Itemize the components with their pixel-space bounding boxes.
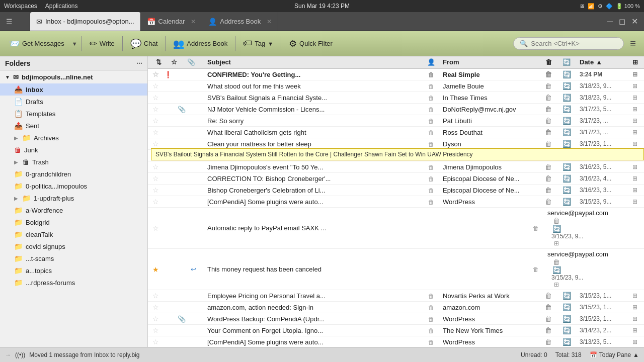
tag-row-button[interactable]: 🔄 (557, 105, 576, 113)
star-button[interactable]: ☆ (152, 186, 159, 194)
chat-button[interactable]: 💬 Chat (126, 36, 162, 52)
view-row-button[interactable]: ⊞ (626, 304, 644, 311)
star-button[interactable]: ☆ (152, 105, 159, 113)
get-messages-dropdown[interactable]: ▼ (71, 41, 78, 47)
trash-button[interactable]: 🗑 (539, 303, 557, 311)
table-row[interactable]: ☆ 📎 NJ Motor Vehicle Commission - Licens… (148, 104, 644, 115)
table-row[interactable]: ☆ 📎 WordPress Backup: ComPendiA (Updr...… (148, 313, 644, 325)
sidebar-item-junk[interactable]: 🗑 Junk (0, 144, 147, 156)
junk-button[interactable]: 🗑 (428, 118, 434, 125)
trash-button[interactable]: 🗑 (539, 117, 557, 125)
sidebar-item-boldgrid[interactable]: 📁 Boldgrid (0, 216, 147, 228)
table-row[interactable]: ☆ Automatic reply to PayPal email SAXK .… (148, 208, 644, 249)
sidebar-item-archives[interactable]: ▶ 📁 Archives (0, 132, 147, 144)
junk-button[interactable]: 🗑 (428, 293, 434, 300)
tab-calendar[interactable]: 📅 Calendar ✕ (141, 12, 203, 31)
workspaces-menu[interactable]: Workspaces (4, 3, 37, 10)
tag-row-button[interactable]: 🔄 (547, 266, 566, 274)
trash-button[interactable]: 🗑 (547, 217, 566, 225)
trash-button[interactable]: 🗑 (539, 105, 557, 113)
star-button[interactable]: ☆ (152, 326, 159, 334)
junk-button[interactable]: 🗑 (428, 187, 434, 194)
star-button[interactable]: ☆ (152, 224, 159, 232)
trash-button[interactable]: 🗑 (547, 258, 566, 266)
tag-row-button[interactable]: 🔄 (557, 174, 576, 183)
star-header-icon[interactable]: ☆ (171, 58, 177, 66)
tag-row-button[interactable]: 🔄 (557, 128, 576, 136)
sort-icon[interactable]: ⇅ (156, 58, 162, 66)
maximize-button[interactable]: ◻ (617, 17, 627, 26)
view-row-button[interactable]: ⊞ (626, 338, 644, 345)
trash-button[interactable]: 🗑 (539, 198, 557, 206)
tab-inbox[interactable]: ✉ Inbox - bdjimopoulos@opton... (30, 12, 141, 31)
sidebar-item-cleantalk[interactable]: 📁 cleanTalk (0, 228, 147, 240)
folders-more-button[interactable]: ··· (136, 59, 142, 67)
view-row-button[interactable]: ⊞ (626, 163, 644, 170)
view-row-button[interactable]: ⊞ (547, 281, 566, 288)
sidebar-item-drafts[interactable]: 📄 Drafts (0, 96, 147, 108)
toolbar-menu-icon[interactable]: ≡ (626, 38, 640, 49)
trash-button[interactable]: 🗑 (539, 94, 557, 102)
search-box[interactable]: 🔍 (513, 37, 624, 50)
junk-button[interactable]: 🗑 (533, 225, 539, 232)
junk-button[interactable]: 🗑 (428, 95, 434, 102)
trash-button[interactable]: 🗑 (539, 128, 557, 136)
view-row-button[interactable]: ⊞ (626, 129, 644, 136)
view-row-button[interactable]: ⊞ (626, 175, 644, 182)
view-row-button[interactable]: ⊞ (626, 117, 644, 124)
junk-button[interactable]: 🗑 (428, 199, 434, 206)
junk-button[interactable]: 🗑 (533, 266, 539, 273)
tab-sidebar-toggle[interactable]: ☰ (0, 12, 30, 31)
tag-button[interactable]: 🏷 Tag ▼ (238, 36, 278, 51)
junk-button[interactable]: 🗑 (428, 327, 434, 334)
tag-row-button[interactable]: 🔄 (557, 198, 576, 206)
trash-button[interactable]: 🗑 (539, 315, 557, 323)
today-pane-collapse-icon[interactable]: ▲ (633, 351, 639, 358)
trash-button[interactable]: 🗑 (539, 338, 557, 346)
date-sort-icon[interactable]: ▲ (596, 58, 602, 66)
today-pane-button[interactable]: 📅 Today Pane ▲ (590, 351, 639, 358)
view-row-button[interactable]: ⊞ (626, 71, 644, 78)
table-row[interactable]: ☆ SVB's Bailout Signals a Financial Syst… (148, 92, 644, 104)
sidebar-item-inbox[interactable]: 📥 Inbox (0, 83, 147, 96)
star-button[interactable]: ★ (152, 265, 159, 274)
view-row-button[interactable]: ⊞ (626, 315, 644, 322)
star-button[interactable]: ☆ (152, 198, 159, 206)
table-row[interactable]: ☆ Bishop Croneberger's Celebration of Li… (148, 185, 644, 196)
view-row-button[interactable]: ⊞ (626, 198, 644, 205)
trash-button[interactable]: 🗑 (539, 292, 557, 300)
tag-row-button[interactable]: 🔄 (557, 140, 576, 148)
sidebar-item-trash[interactable]: ▶ 🗑 Trash (0, 156, 147, 168)
view-row-button[interactable]: ⊞ (547, 240, 566, 247)
quick-filter-button[interactable]: ⚙ Quick Filter (284, 36, 337, 52)
status-expand-icon[interactable]: → (5, 351, 11, 358)
write-button[interactable]: ✏ Write (85, 36, 119, 52)
trash-button[interactable]: 🗑 (539, 82, 557, 90)
view-row-button[interactable]: ⊞ (626, 82, 644, 89)
tag-row-button[interactable]: 🔄 (557, 70, 576, 78)
view-row-button[interactable]: ⊞ (626, 140, 644, 147)
table-row[interactable]: ☆ Employee Pricing on Personal Travel a.… (148, 290, 644, 302)
sidebar-item-0politica[interactable]: 📁 0-politica...imopoulos (0, 180, 147, 192)
star-button[interactable]: ☆ (152, 163, 159, 171)
star-button[interactable]: ☆ (152, 292, 159, 300)
view-row-button[interactable]: ⊞ (626, 292, 644, 299)
tag-row-button[interactable]: 🔄 (557, 163, 576, 171)
star-button[interactable]: ☆ (152, 128, 159, 136)
tag-row-button[interactable]: 🔄 (557, 292, 576, 300)
tab-addressbook-close[interactable]: ✕ (267, 18, 272, 25)
table-row[interactable]: ☆ [ComPendiA] Some plugins were auto... … (148, 196, 644, 208)
account-item[interactable]: ▼ ✉ bdjimopouls...nline.net (0, 71, 147, 83)
sidebar-item-covid[interactable]: 📁 covid signups (0, 240, 147, 252)
junk-button[interactable]: 🗑 (428, 316, 434, 323)
tag-row-button[interactable]: 🔄 (557, 338, 576, 346)
col-header-subject[interactable]: Subject (203, 58, 424, 66)
attach-header-icon[interactable]: 📎 (187, 58, 195, 66)
sidebar-item-wpforums[interactable]: 📁 ...rdpress-forums (0, 277, 147, 289)
table-row[interactable]: ☆ [ComPendiA] Some plugins were auto... … (148, 336, 644, 347)
table-row[interactable]: ☆ What liberal Catholicism gets right 🗑 … (148, 127, 644, 138)
tag-row-button[interactable]: 🔄 (557, 315, 576, 323)
col-header-from[interactable]: From (439, 58, 539, 66)
view-row-button[interactable]: ⊞ (626, 94, 644, 101)
search-input[interactable] (531, 40, 616, 47)
